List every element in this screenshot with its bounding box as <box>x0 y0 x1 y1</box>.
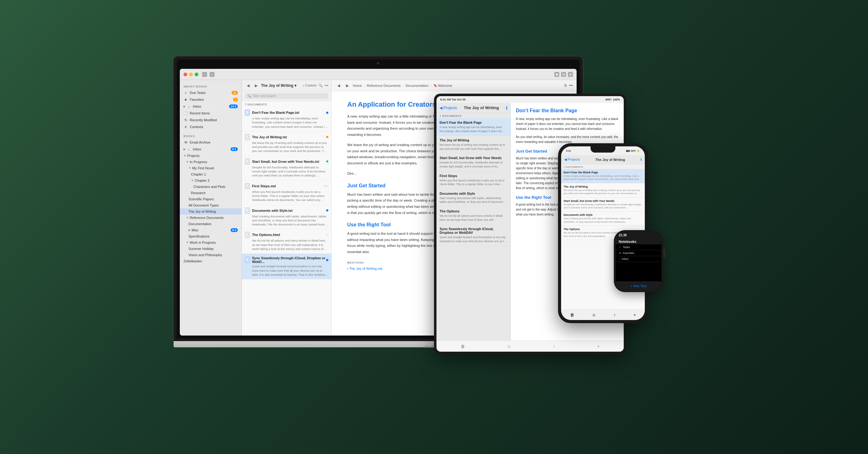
doc-item-options[interactable]: 📄 The Options.html We do not list all op… <box>242 229 331 254</box>
layout-icon-2[interactable]: ▤ <box>561 72 566 77</box>
add-tab-icon[interactable]: + <box>210 72 215 77</box>
content-icon-1[interactable]: ⇅ <box>564 84 567 88</box>
doc-item-first-steps[interactable]: 📄 First Steps.md ★ When you first launch… <box>242 180 331 205</box>
sidebar-item-all-doc-types[interactable]: All Document Types <box>180 202 242 208</box>
content-back-btn[interactable]: ◀ <box>335 83 342 89</box>
sort-icon[interactable]: ↕ Custom <box>302 84 316 87</box>
close-button[interactable] <box>184 72 187 76</box>
doc-item-docs-with-style[interactable]: 📄 Documents with Style.txt Start creatin… <box>242 205 331 230</box>
ipad-info-icon[interactable]: ℹ <box>506 105 507 111</box>
doc-icon: 📄 <box>245 208 250 214</box>
sidebar-label-characters-plots: Characters and Plots <box>193 185 238 188</box>
watch-new-task-button[interactable]: + New Task <box>616 281 661 290</box>
ipad-trash-icon[interactable]: 🗑 <box>461 344 465 349</box>
sidebar-item-my-first-novel[interactable]: ▼ My First Novel <box>180 165 242 171</box>
sidebar-item-research[interactable]: Research <box>180 190 242 196</box>
ipad-doc-preview-4: When you first launch Notebooks it asks … <box>440 179 507 186</box>
sidebar-item-recently-modified[interactable]: ↻ Recently Modified <box>180 117 242 123</box>
sidebar-item-work-in-progress[interactable]: ▼ Work in Progress <box>180 239 242 246</box>
iphone-doc-2[interactable]: The Joy of Writing We leave the joy of w… <box>561 183 645 198</box>
iphone-doc-1[interactable]: Don't Fear the Blank Page A new, empty w… <box>561 169 645 183</box>
sidebar-item-reference-docs[interactable]: ▼ Reference Documents <box>180 215 242 221</box>
sidebar-item-documentation[interactable]: Documentation <box>180 221 242 227</box>
chevron-down-icon-6: ▼ <box>186 241 189 244</box>
ipad-share-icon[interactable]: ↑ <box>553 344 555 349</box>
chevron-down-icon-3: ▼ <box>188 167 191 170</box>
minimize-button[interactable] <box>189 72 193 76</box>
home-icon[interactable]: ⌂ <box>202 72 207 77</box>
sidebar-item-joy-of-writing[interactable]: The Joy of Writing <box>180 208 242 215</box>
sidebar-label-recently-modified: Recently Modified <box>190 118 238 122</box>
iphone-share-icon[interactable]: ↑ <box>614 312 616 317</box>
iphone-add-icon[interactable]: + <box>633 312 636 317</box>
middle-toolbar: ◀ ▶ The Joy of Writing ▾ ↕ Custom 🔍 ••• <box>242 80 331 91</box>
sidebar-item-inbox-smart[interactable]: ▶ ↓ Inbox 13-3 <box>180 103 242 110</box>
sidebar-item-due-tasks[interactable]: ✓ Due Tasks 11 <box>180 89 242 96</box>
iphone-doc-preview-2: We leave the joy of writing and creating… <box>564 189 642 195</box>
refresh-icon: ↻ <box>184 118 188 122</box>
sidebar-item-email-archive[interactable]: ✉ Email Archive <box>180 139 242 146</box>
sidebar-item-inbox-books[interactable]: ▶ ↓ Inbox 8-1 <box>180 146 242 153</box>
sidebar-item-in-progress[interactable]: ▼ In Progress <box>180 159 242 165</box>
ipad-doc-item-1[interactable]: Don't Fear the Blank Page A new, empty w… <box>436 118 510 136</box>
content-icon-2[interactable]: ••• <box>569 84 573 88</box>
watch-item-tasks[interactable]: ✓ Tasks <box>616 244 661 250</box>
ipad-doc-item-4[interactable]: First Steps When you first launch Notebo… <box>436 172 510 189</box>
search-icon[interactable]: 🔍 <box>318 84 323 87</box>
doc-item-start-small[interactable]: 📄 Start Small, but Grow with Your Needs.… <box>242 156 331 180</box>
layout-icon-3[interactable]: ▥ <box>568 72 573 77</box>
doc-preview: A new, empty writing app can be intimida… <box>252 116 328 129</box>
iphone-smiley-icon[interactable]: ☺ <box>592 312 596 317</box>
ipad-wifi-icon: WiFi <box>606 98 611 101</box>
doc-item-joy[interactable]: 📄 The Joy of Writing.txt We leave the jo… <box>242 131 331 156</box>
maximize-button[interactable] <box>195 72 198 76</box>
sidebar-item-projects[interactable]: ▼ Projects <box>180 153 242 159</box>
doc-preview: We leave the joy of writing and creating… <box>252 141 328 153</box>
doc-icon: 📄 <box>245 232 250 238</box>
ipad-smiley-icon[interactable]: ☺ <box>507 344 511 349</box>
ipad-doc-item-7[interactable]: Sync Seamlessly through iCloud, Dropbox … <box>436 224 510 246</box>
iphone-doc-3[interactable]: Start Small, but Grow with Your Needs De… <box>561 198 645 212</box>
iphone-trash-icon[interactable]: 🗑 <box>570 312 574 317</box>
breadcrumb-home[interactable]: Home <box>353 84 362 87</box>
ipad-doc-item-6[interactable]: The Options We do not list all options a… <box>436 207 510 224</box>
sidebar-label-in-progress: In Progress <box>190 160 238 164</box>
iphone-back-button[interactable]: ◀ Projects <box>564 157 580 161</box>
sidebar-item-contexts[interactable]: # Contexts <box>180 123 242 130</box>
ipad-back-button[interactable]: ◀ Projects <box>440 106 457 110</box>
sidebar-item-favorites[interactable]: ★ Favorites 3 <box>180 96 242 103</box>
doc-item-sync[interactable]: 📄 Sync Seamlessly through iCloud, Dropbo… <box>242 254 331 279</box>
iphone-doc-count: 7 DOCUMENTS <box>561 164 645 169</box>
watch-item-favorites[interactable]: ★ Favorites <box>616 250 661 256</box>
breadcrumb-ref-docs[interactable]: Reference Documents <box>367 84 401 87</box>
more-icon[interactable]: ••• <box>324 84 328 87</box>
watch-item-inbox[interactable]: ↓ Inbox <box>616 256 661 262</box>
layout-icon-1[interactable]: ▣ <box>554 72 559 77</box>
sidebar-item-specifications[interactable]: Specifications <box>180 233 242 239</box>
doc-item-dont-fear[interactable]: 📄 Don't Fear the Blank Page.txt A new, e… <box>242 107 331 131</box>
sidebar-item-scientific-papers[interactable]: Scientific Papers <box>180 196 242 202</box>
iphone-doc-4[interactable]: Documents with Style Start creating docu… <box>561 211 645 226</box>
sidebar-item-summer-holiday[interactable]: Summer Holiday <box>180 246 242 252</box>
doc-title: Don't Fear the Blank Page.txt <box>252 111 326 115</box>
content-forward-btn[interactable]: ▶ <box>344 83 350 89</box>
ipad-doc-item-3[interactable]: Start Small, but Grow with Your Needs De… <box>436 153 510 171</box>
ipad-doc-item-2[interactable]: The Joy of Writing We leave the joy of w… <box>436 136 510 153</box>
sidebar-item-zettelkasten[interactable]: Zettelkasten <box>180 258 242 264</box>
sidebar-item-chapter-2[interactable]: ▼ Chapter 2 <box>180 177 242 184</box>
ipad-doc-item-5[interactable]: Documents with Style Start creating docu… <box>436 189 510 207</box>
search-input-wrap[interactable]: 🔍 Filter and Search <box>245 93 328 99</box>
sidebar-item-vision-philosophy[interactable]: Vision and Philosophy <box>180 252 242 258</box>
sidebar-item-misc[interactable]: ▶ Misc 8-4 <box>180 227 242 233</box>
title-bar-icons: ⌂ + <box>202 72 215 77</box>
sidebar-item-chapter-1[interactable]: Chapter 1 <box>180 171 242 177</box>
iphone-info-icon[interactable]: ℹ <box>641 157 642 161</box>
sidebar-item-characters-plots[interactable]: Characters and Plots <box>180 184 242 190</box>
back-nav-button[interactable]: ◀ <box>245 83 251 89</box>
apple-watch: 21:30 Notebooks ✓ Tasks ★ Favorites ↓ In… <box>614 230 663 292</box>
doc-preview: We do not list all options and menu entr… <box>252 239 328 251</box>
sidebar-item-recent-items[interactable]: 🕐 Recent Items <box>180 110 242 117</box>
ipad-add-icon[interactable]: + <box>597 344 599 349</box>
breadcrumb-documentation[interactable]: Documentation <box>405 84 428 87</box>
forward-nav-button[interactable]: ▶ <box>253 83 259 89</box>
